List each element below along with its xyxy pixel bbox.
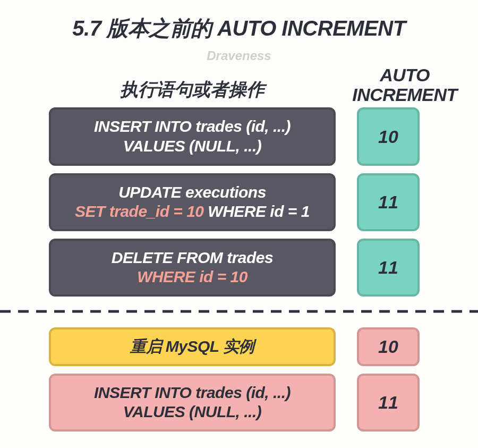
operation-text: INSERT INTO trades (id, ...) <box>59 383 325 403</box>
rows-container-after-restart: 重启 MySQL 实例 10 INSERT INTO trades (id, .… <box>0 324 478 432</box>
table-row: UPDATE executions SET trade_id = 10 WHER… <box>49 173 467 231</box>
rows-container: INSERT INTO trades (id, ...) VALUES (NUL… <box>0 104 478 297</box>
value-box: 11 <box>357 374 420 432</box>
operation-box-insert-1: INSERT INTO trades (id, ...) VALUES (NUL… <box>49 107 336 165</box>
table-row: INSERT INTO trades (id, ...) VALUES (NUL… <box>49 374 467 432</box>
operation-box-update: UPDATE executions SET trade_id = 10 WHER… <box>49 173 336 231</box>
table-row: 重启 MySQL 实例 10 <box>49 327 467 366</box>
value-box: 11 <box>357 173 420 231</box>
value-box: 10 <box>357 107 420 165</box>
operation-box-restart: 重启 MySQL 实例 <box>49 327 336 366</box>
operation-text: VALUES (NULL, ...) <box>59 137 325 156</box>
operation-text: DELETE FROM trades <box>59 248 325 268</box>
operation-box-insert-2: INSERT INTO trades (id, ...) VALUES (NUL… <box>49 374 336 432</box>
operation-text: UPDATE executions <box>59 183 325 202</box>
divider-dashed <box>0 304 478 319</box>
operation-text-tail: WHERE id = 1 <box>204 202 310 220</box>
column-header-autoincrement-line2: INCREMENT <box>341 85 468 105</box>
operation-text: SET trade_id = 10 WHERE id = 1 <box>59 202 325 222</box>
operation-box-delete: DELETE FROM trades WHERE id = 10 <box>49 239 336 297</box>
table-row: DELETE FROM trades WHERE id = 10 11 <box>49 239 467 297</box>
diagram-title: 5.7 版本之前的 AUTO INCREMENT <box>0 0 478 43</box>
operation-text: VALUES (NULL, ...) <box>59 402 325 422</box>
operation-text: INSERT INTO trades (id, ...) <box>59 117 325 137</box>
diagram-subtitle: Draveness <box>0 43 478 63</box>
value-box: 11 <box>357 239 420 297</box>
column-headers: 执行语句或者操作 AUTO INCREMENT <box>0 65 478 104</box>
column-header-autoincrement-line1: AUTO <box>341 65 468 85</box>
highlight-text: SET trade_id = 10 <box>75 202 203 220</box>
column-header-autoincrement: AUTO INCREMENT <box>341 65 468 104</box>
operation-text: 重启 MySQL 实例 <box>59 337 325 357</box>
highlight-text: WHERE id = 10 <box>59 267 325 287</box>
column-header-operation: 执行语句或者操作 <box>49 78 336 104</box>
table-row: INSERT INTO trades (id, ...) VALUES (NUL… <box>49 107 467 165</box>
value-box: 10 <box>357 327 420 366</box>
